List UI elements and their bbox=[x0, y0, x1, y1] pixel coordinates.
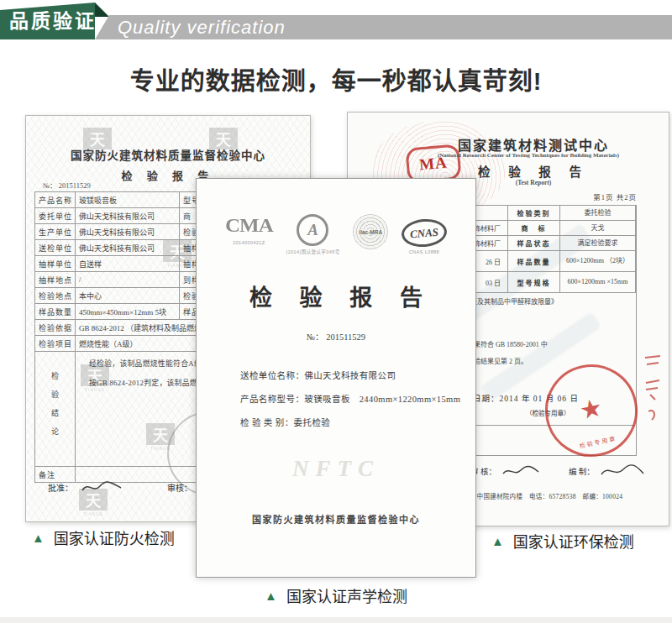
fire-report-number: №： 201511529 bbox=[43, 180, 91, 190]
triangle-marker-icon: ▲ bbox=[265, 589, 277, 602]
caption-acoustic-certification: ▲ 国家认证声学检测 bbox=[265, 584, 407, 606]
signature-squiggle bbox=[80, 479, 123, 495]
prepare-label: 编 制： bbox=[569, 465, 595, 477]
signature-squiggle bbox=[600, 463, 645, 479]
cma-logo: CMA 2014000421Z bbox=[225, 214, 273, 245]
cal-logo: A (2014)国认监认字045号 bbox=[286, 214, 339, 255]
accreditation-logos: CMA 2014000421Z A (2014)国认监认字045号 ilac-M… bbox=[225, 214, 447, 255]
section-badge-label: 品质验证 bbox=[0, 5, 97, 39]
client-name-line: 送检单位名称：佛山天戈科技有限公司 bbox=[240, 369, 396, 381]
star-icon: ★ bbox=[577, 392, 606, 426]
env-signature-row: 审 核： 编 制： bbox=[470, 463, 645, 479]
section-subtitle-label: Quality verification bbox=[95, 17, 286, 39]
certificate-acoustic-report: CMA 2014000421Z A (2014)国认监认字045号 ilac-M… bbox=[196, 178, 476, 578]
env-center-title-en: (National Research Center of Testing Tec… bbox=[395, 152, 662, 159]
quality-verification-section: 品质验证 Quality verification 专业的数据检测，每一秒都认真… bbox=[0, 0, 672, 623]
acoustic-center-name: 国家防火建筑材料质量监督检验中心 bbox=[197, 512, 475, 526]
red-handwriting-marks bbox=[642, 353, 664, 425]
nftc-watermark: NFTC bbox=[197, 456, 475, 482]
page-indicator: 第1页 共2页 bbox=[593, 191, 637, 202]
acoustic-report-title: 检 验 报 告 bbox=[197, 280, 475, 312]
env-report-title: 检 验 报 告 bbox=[415, 162, 652, 180]
acoustic-report-number: №： 201511529 bbox=[197, 330, 475, 343]
approve-label: 批准： bbox=[48, 481, 73, 494]
ilac-mra-logo: ilac-MRA bbox=[353, 214, 388, 249]
cnas-logo: CNAS CNAS L0888 bbox=[402, 214, 447, 254]
product-name-line: 产品名称型号：玻镁吸音板 2440mm×1220mm×15mm bbox=[240, 392, 460, 405]
section-badge: 品质验证 bbox=[0, 3, 95, 39]
section-bottom-divider bbox=[0, 617, 672, 623]
ribbon-fold-decoration bbox=[95, 3, 109, 17]
section-subtitle-band: Quality verification bbox=[95, 15, 672, 39]
page-title: 专业的数据检测，每一秒都认真苛刻! bbox=[0, 61, 672, 97]
signature-squiggle bbox=[501, 464, 540, 478]
caption-env-certification: ▲ 国家认证环保检测 bbox=[491, 530, 634, 552]
triangle-marker-icon: ▲ bbox=[32, 531, 45, 544]
triangle-marker-icon: ▲ bbox=[491, 535, 504, 547]
fire-center-title: 国家防火建筑材料质量监督检验中心 bbox=[26, 146, 310, 163]
review-label: 审核： bbox=[167, 481, 192, 494]
caption-fire-certification: ▲ 国家认证防火检测 bbox=[32, 526, 175, 548]
env-footer-contact: 管庄中国建材院内楼 电话：65728538 邮编：100024 bbox=[464, 491, 622, 500]
inspection-type-line: 检 验 类 别：委托检验 bbox=[240, 416, 330, 428]
